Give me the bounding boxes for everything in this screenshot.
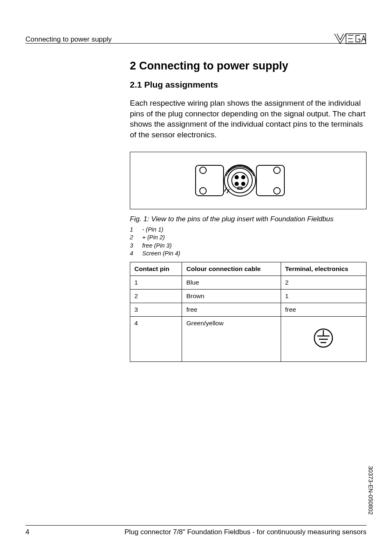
page-footer: 4 Plug connector 7/8" Foundation Fieldbu…: [25, 525, 367, 536]
svg-point-8: [200, 188, 206, 194]
main-content: 2 Connecting to power supply 2.1 Plug as…: [130, 60, 367, 362]
table-row: 1 Blue 2: [130, 276, 367, 289]
plug-connector-diagram: [174, 158, 322, 203]
table-row: 3 free free: [130, 303, 367, 316]
svg-point-15: [242, 182, 245, 185]
footer-title: Plug connector 7/8" Foundation Fieldbus …: [125, 528, 367, 536]
body-paragraph: Each respective wiring plan shows the as…: [130, 98, 367, 140]
svg-point-11: [232, 172, 248, 189]
pin-assignment-table: Contact pin Colour connection cable Term…: [130, 262, 367, 362]
svg-point-14: [235, 182, 238, 185]
svg-point-12: [235, 176, 238, 179]
col-terminal: Terminal, electronics: [281, 262, 366, 276]
svg-point-18: [274, 188, 280, 194]
figure-1: [130, 152, 367, 209]
svg-rect-16: [238, 187, 242, 189]
figure-caption: Fig. 1: View to the pins of the plug ins…: [130, 215, 367, 223]
legend-item: 2+ (Pin 2): [130, 234, 367, 242]
page-number: 4: [25, 528, 29, 536]
col-colour: Colour connection cable: [182, 262, 281, 276]
table-row: 2 Brown 1: [130, 289, 367, 303]
table-header-row: Contact pin Colour connection cable Term…: [130, 262, 367, 276]
svg-line-5: [364, 35, 366, 42]
svg-line-4: [362, 35, 364, 42]
document-id: 30373-EN-050802: [367, 466, 374, 515]
ground-symbol-cell: [281, 316, 366, 361]
ground-icon: [313, 328, 334, 348]
table-row: 4 Green/yellow: [130, 316, 367, 361]
chapter-title: 2 Connecting to power supply: [130, 60, 367, 72]
header-rule: [25, 43, 367, 44]
header-section-label: Connecting to power supply: [25, 35, 112, 44]
figure-legend: 1- (Pin 1) 2+ (Pin 2) 3free (Pin 3) 4Scr…: [130, 226, 367, 258]
section-title: 2.1 Plug assignments: [130, 80, 367, 90]
svg-point-7: [200, 167, 206, 174]
svg-line-19: [224, 188, 227, 192]
legend-item: 1- (Pin 1): [130, 226, 367, 234]
svg-point-17: [274, 167, 280, 174]
svg-point-9: [224, 165, 256, 196]
vega-logo: [334, 32, 367, 47]
page-header: Connecting to power supply: [25, 32, 367, 47]
svg-point-13: [242, 176, 245, 179]
col-contact-pin: Contact pin: [130, 262, 182, 276]
legend-item: 3free (Pin 3): [130, 242, 367, 250]
legend-item: 4Screen (Pin 4): [130, 250, 367, 258]
